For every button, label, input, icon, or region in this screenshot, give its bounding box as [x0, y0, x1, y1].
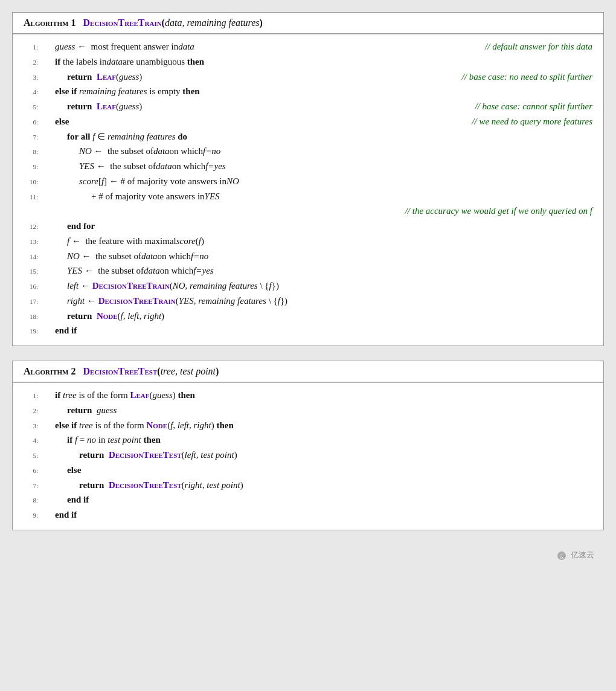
algo1-line2: 2: if the labels in data are unambiguous…: [24, 54, 592, 69]
algo2-number: Algorithm 2: [24, 366, 76, 376]
algorithm2-box: Algorithm 2 DecisionTreeTest(tree, test …: [12, 361, 604, 530]
logo-icon: 云: [557, 551, 566, 561]
algo1-line4: 4: else if remaining features is empty t…: [24, 84, 592, 99]
algo1-line16: 16: left ← DecisionTreeTrain(NO, remaini…: [24, 278, 592, 294]
algo2-params: tree, test point: [161, 366, 216, 376]
algo1-line19: 19: end if: [24, 323, 592, 338]
algo2-line8: 8: end if: [24, 492, 592, 507]
algo1-line1: 1: guess ← most frequent answer in data …: [24, 39, 592, 54]
algo2-line4: 4: if f = no in test point then: [24, 432, 592, 448]
algo2-line2: 2: return guess: [24, 403, 592, 418]
footer-logo-text: 亿速云: [571, 550, 594, 559]
algo2-line9: 9: end if: [24, 507, 592, 522]
algo1-line11: 11: + # of majority vote answers in YES: [24, 189, 592, 204]
algo1-line7: 7: for all f ∈ remaining features do: [24, 129, 592, 144]
algorithm2-body: 1: if tree is of the form Leaf(guess) th…: [13, 382, 603, 530]
algo1-line6: 6: else // we need to query more feature…: [24, 114, 592, 129]
algo1-line15: 15: YES ← the subset of data on which f=…: [24, 263, 592, 278]
footer-logo: 云 亿速云: [557, 550, 594, 559]
algo1-name: DecisionTreeTrain: [83, 18, 162, 28]
algo2-name: DecisionTreeTest: [83, 366, 158, 376]
algo1-line5: 5: return Leaf(guess) // base case: cann…: [24, 99, 592, 114]
algo1-line12: 12: end for: [24, 219, 592, 234]
algorithm2-header: Algorithm 2 DecisionTreeTest(tree, test …: [13, 361, 603, 382]
svg-text:云: 云: [559, 554, 564, 559]
algo2-line1: 1: if tree is of the form Leaf(guess) th…: [24, 388, 592, 403]
algo1-line11-comment: // the accuracy we would get if we only …: [24, 204, 592, 219]
algorithm1-body: 1: guess ← most frequent answer in data …: [13, 34, 603, 346]
algo2-line3: 3: else if tree is of the form Node(f, l…: [24, 418, 592, 433]
algo1-line18: 18: return Node(f, left, right): [24, 309, 592, 324]
algo1-number: Algorithm 1: [24, 18, 76, 28]
algo2-line5: 5: return DecisionTreeTest(left, test po…: [24, 448, 592, 463]
algo2-line7: 7: return DecisionTreeTest(right, test p…: [24, 478, 592, 493]
algo1-line17: 17: right ← DecisionTreeTrain(YES, remai…: [24, 294, 592, 309]
algo1-line10: 10: score[f] ← # of majority vote answer…: [24, 174, 592, 189]
algo1-line14: 14: NO ← the subset of data on which f=n…: [24, 249, 592, 264]
algo1-line13: 13: f ← the feature with maximal score(f…: [24, 234, 592, 249]
algo1-line8: 8: NO ← the subset of data on which f=no: [24, 144, 592, 159]
algo1-params: data, remaining features: [165, 18, 260, 28]
algorithm1-header: Algorithm 1 DecisionTreeTrain(data, rema…: [13, 13, 603, 34]
page-footer: 云 亿速云: [12, 545, 604, 565]
algo1-line3: 3: return Leaf(guess) // base case: no n…: [24, 69, 592, 85]
algo2-line6: 6: else: [24, 463, 592, 478]
algorithm1-box: Algorithm 1 DecisionTreeTrain(data, rema…: [12, 12, 604, 346]
algo1-line9: 9: YES ← the subset of data on which f=y…: [24, 159, 592, 174]
